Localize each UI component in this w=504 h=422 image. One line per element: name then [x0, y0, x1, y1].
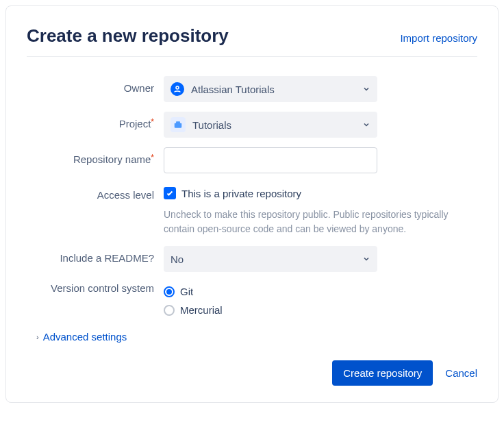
- create-repository-button[interactable]: Create repository: [332, 360, 433, 386]
- project-row: Project* Tutorials: [27, 112, 477, 138]
- project-avatar-icon: [171, 117, 186, 132]
- access-level-label: Access level: [27, 183, 164, 202]
- project-select[interactable]: Tutorials: [164, 112, 377, 138]
- repo-name-label: Repository name*: [27, 147, 164, 166]
- chevron-right-icon: ›: [36, 333, 39, 341]
- radio-icon: [164, 286, 175, 297]
- chevron-down-icon: [362, 84, 370, 95]
- svg-rect-1: [175, 123, 182, 128]
- project-label: Project*: [27, 112, 164, 131]
- vcs-label: Version control system: [27, 282, 164, 295]
- owner-row: Owner Atlassian Tutorials: [27, 76, 477, 102]
- svg-rect-2: [176, 121, 180, 123]
- access-level-help: Uncheck to make this repository public. …: [164, 208, 477, 236]
- svg-point-0: [176, 86, 179, 89]
- vcs-radio-mercurial-label: Mercurial: [180, 304, 223, 316]
- repo-name-row: Repository name*: [27, 147, 477, 173]
- cancel-button[interactable]: Cancel: [445, 367, 477, 379]
- access-level-row: Access level This is a private repositor…: [27, 183, 477, 236]
- vcs-row: Version control system Git Mercurial: [27, 282, 477, 323]
- readme-row: Include a README? No: [27, 246, 477, 272]
- vcs-radio-git-label: Git: [180, 286, 193, 297]
- vcs-radio-git[interactable]: Git: [164, 286, 377, 297]
- owner-select-value: Atlassian Tutorials: [191, 84, 275, 95]
- owner-label: Owner: [27, 76, 164, 95]
- readme-select-value: No: [171, 253, 184, 265]
- advanced-settings-toggle[interactable]: › Advanced settings: [36, 331, 127, 343]
- radio-icon: [164, 305, 175, 316]
- dialog-header: Create a new repository Import repositor…: [27, 25, 477, 57]
- owner-select[interactable]: Atlassian Tutorials: [164, 76, 377, 102]
- create-repo-dialog: Create a new repository Import repositor…: [5, 5, 499, 403]
- dialog-footer: Create repository Cancel: [27, 360, 477, 386]
- private-checkbox[interactable]: [164, 187, 176, 199]
- chevron-down-icon: [362, 253, 370, 265]
- import-repository-link[interactable]: Import repository: [400, 32, 477, 47]
- vcs-radio-mercurial[interactable]: Mercurial: [164, 304, 377, 316]
- readme-select[interactable]: No: [164, 246, 377, 272]
- project-select-value: Tutorials: [192, 119, 231, 131]
- repo-name-input[interactable]: [164, 147, 377, 173]
- chevron-down-icon: [362, 119, 370, 131]
- advanced-settings-label: Advanced settings: [43, 331, 127, 343]
- private-checkbox-label: This is a private repository: [181, 188, 301, 199]
- readme-label: Include a README?: [27, 246, 164, 265]
- owner-avatar-icon: [171, 82, 184, 96]
- page-title: Create a new repository: [27, 25, 229, 47]
